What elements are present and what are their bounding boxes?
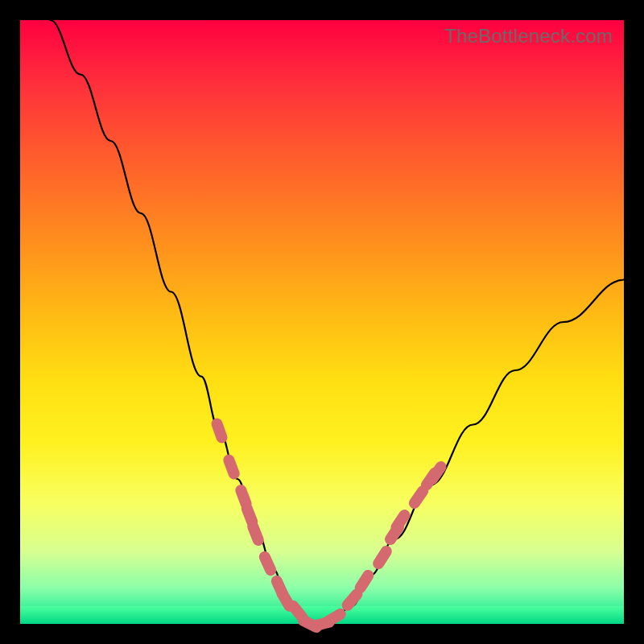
curve-marker	[361, 576, 369, 588]
curve-marker	[348, 594, 357, 605]
curve-marker	[415, 491, 423, 503]
curve-marker	[247, 509, 253, 522]
curve-marker	[217, 424, 222, 438]
curve-marker	[328, 614, 340, 621]
curve-marker	[378, 551, 386, 564]
curve-marker	[432, 467, 440, 479]
curve-marker	[253, 526, 258, 540]
curve-svg	[20, 20, 624, 624]
watermark-label: TheBottleneck.com	[444, 25, 613, 47]
bottleneck-curve	[51, 20, 625, 624]
curve-marker	[241, 490, 246, 504]
curve-marker	[229, 460, 233, 474]
curve-marker	[265, 557, 270, 570]
curve-marker	[397, 515, 405, 527]
chart-area: TheBottleneck.com	[20, 20, 624, 624]
